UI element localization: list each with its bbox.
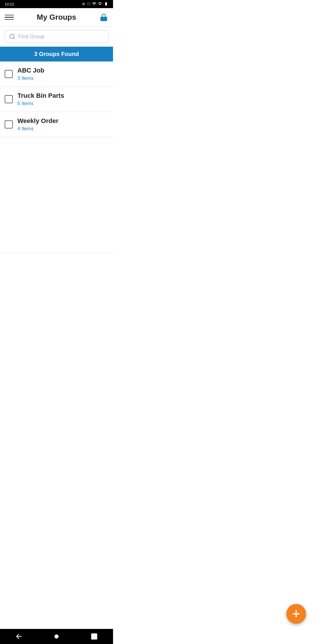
group-checkbox-truck-bin-parts[interactable] — [5, 95, 13, 103]
settings-status-icon: ⚙ — [82, 2, 85, 6]
search-input[interactable] — [18, 34, 104, 40]
results-text: 3 Groups Found — [34, 51, 79, 57]
time-display: 10:22 — [5, 2, 14, 6]
status-icons: ⚙ 🛡 — [82, 2, 108, 7]
group-item-truck-bin-parts[interactable]: Truck Bin Parts 5 Items — [0, 87, 113, 112]
empty-area — [0, 137, 113, 253]
search-box[interactable] — [5, 30, 108, 43]
signal-status-icon — [98, 2, 102, 7]
results-banner: 3 Groups Found — [0, 47, 113, 61]
group-item-weekly-order[interactable]: Weekly Order 4 Items — [0, 112, 113, 137]
group-count-truck-bin-parts: 5 Items — [17, 101, 64, 106]
group-info-truck-bin-parts: Truck Bin Parts 5 Items — [17, 92, 64, 106]
group-name-truck-bin-parts: Truck Bin Parts — [17, 92, 64, 100]
group-checkbox-weekly-order[interactable] — [5, 120, 13, 129]
group-count-weekly-order: 4 Items — [17, 126, 58, 132]
shield-status-icon: 🛡 — [87, 2, 90, 6]
group-info-abc-job: ABC Job 3 Items — [17, 67, 44, 81]
status-bar: 10:22 ⚙ 🛡 — [0, 0, 113, 8]
group-item-abc-job[interactable]: ABC Job 3 Items — [0, 61, 113, 87]
status-time: 10:22 — [5, 2, 14, 6]
search-container — [0, 27, 113, 47]
group-name-abc-job: ABC Job — [17, 67, 44, 74]
page-title: My Groups — [37, 13, 76, 22]
app-header: My Groups — [0, 8, 113, 27]
wifi-status-icon — [92, 2, 96, 7]
battery-status-icon — [104, 2, 108, 7]
search-icon — [9, 33, 15, 40]
menu-button[interactable] — [5, 13, 14, 22]
svg-rect-0 — [101, 17, 107, 21]
group-name-weekly-order: Weekly Order — [17, 117, 58, 125]
group-count-abc-job: 3 Items — [17, 75, 44, 81]
group-checkbox-abc-job[interactable] — [5, 70, 13, 78]
group-info-weekly-order: Weekly Order 4 Items — [17, 117, 58, 132]
svg-line-2 — [13, 38, 14, 39]
group-list: ABC Job 3 Items Truck Bin Parts 5 Items … — [0, 61, 113, 253]
lock-button[interactable] — [99, 13, 108, 22]
